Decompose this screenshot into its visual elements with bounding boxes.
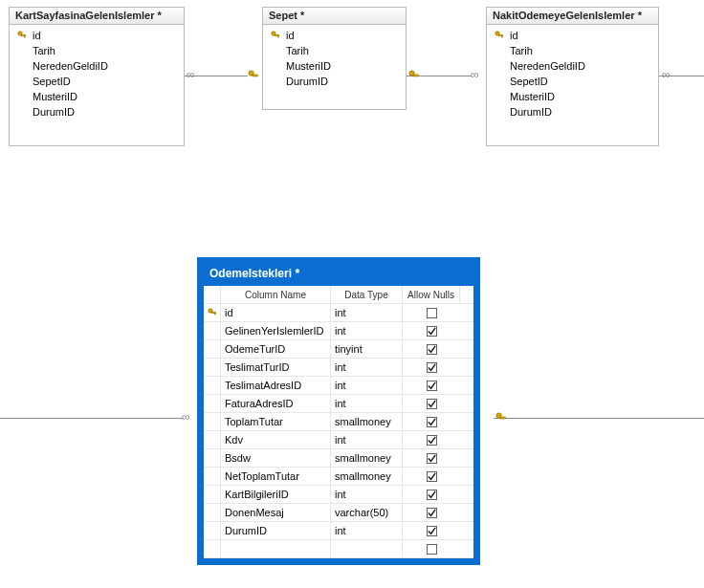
table-row[interactable]: NeredenGeldiID (13, 58, 180, 74)
rel-many-icon: ∞ (471, 68, 482, 83)
column-name: Tarih (29, 45, 178, 56)
designer-row[interactable]: TeslimatAdresIDint (204, 377, 473, 395)
designer-row[interactable] (204, 540, 473, 558)
pk-key-icon (269, 31, 282, 40)
column-type[interactable]: int (331, 522, 403, 539)
column-name[interactable]: KartBilgileriID (221, 486, 331, 503)
column-name: id (282, 30, 400, 41)
column-name[interactable]: ToplamTutar (221, 413, 331, 430)
column-name[interactable]: id (221, 304, 331, 321)
column-name: SepetID (29, 76, 178, 87)
column-type[interactable]: int (331, 359, 403, 376)
column-type[interactable]: int (331, 322, 403, 339)
allow-nulls-checkbox[interactable] (403, 340, 460, 358)
table-row[interactable]: MusteriID (267, 58, 402, 74)
table-row[interactable]: MusteriID (13, 89, 180, 104)
allow-nulls-checkbox[interactable] (403, 486, 460, 503)
allow-nulls-checkbox[interactable] (403, 395, 460, 412)
column-name[interactable]: NetToplamTutar (221, 468, 331, 485)
designer-row[interactable]: Bsdwsmallmoney (204, 449, 473, 468)
row-gutter (204, 359, 221, 376)
column-name[interactable]: Bsdw (221, 449, 331, 467)
table-kart-body: id Tarih NeredenGeldiID SepetID MusteriI… (10, 25, 184, 124)
table-row[interactable]: Tarih (267, 43, 402, 58)
allow-nulls-checkbox[interactable] (403, 540, 460, 557)
table-row[interactable]: id (13, 28, 180, 43)
designer-row[interactable]: ToplamTutarsmallmoney (204, 413, 473, 431)
column-type[interactable]: smallmoney (331, 413, 403, 430)
designer-row[interactable]: FaturaAdresIDint (204, 395, 473, 413)
column-name[interactable]: DurumID (221, 522, 331, 539)
allow-nulls-checkbox[interactable] (403, 359, 460, 376)
allow-nulls-checkbox[interactable] (403, 468, 460, 485)
table-kart[interactable]: KartSayfasinaGelenIslemler * id Tarih Ne… (9, 7, 185, 146)
table-row[interactable]: DurumID (491, 104, 654, 120)
designer-row[interactable]: TeslimatTurIDint (204, 359, 473, 377)
column-type[interactable]: int (331, 395, 403, 412)
table-row[interactable]: Tarih (491, 43, 654, 58)
column-name: SepetID (506, 76, 652, 87)
column-type[interactable]: int (331, 304, 403, 321)
allow-nulls-checkbox[interactable] (403, 413, 460, 430)
table-row[interactable]: id (267, 28, 402, 43)
allow-nulls-checkbox[interactable] (403, 504, 460, 521)
column-type[interactable]: int (331, 431, 403, 448)
table-row[interactable]: MusteriID (491, 89, 654, 104)
allow-nulls-checkbox[interactable] (403, 304, 460, 321)
allow-nulls-checkbox[interactable] (403, 322, 460, 339)
column-type[interactable]: int (331, 377, 403, 394)
table-sepet-title[interactable]: Sepet * (263, 8, 406, 25)
table-row[interactable]: SepetID (491, 74, 654, 89)
designer-row[interactable]: OdemeTurIDtinyint (204, 340, 473, 359)
rel-key-icon (495, 412, 507, 425)
column-name: MusteriID (29, 91, 178, 102)
svg-rect-8 (502, 35, 503, 37)
table-row[interactable]: DurumID (13, 104, 180, 120)
column-name: NeredenGeldiID (506, 60, 652, 72)
svg-rect-12 (427, 308, 436, 317)
table-sepet[interactable]: Sepet * id Tarih MusteriID DurumID (262, 7, 407, 110)
table-row[interactable]: Tarih (13, 43, 180, 58)
row-gutter (204, 340, 221, 358)
column-type[interactable]: tinyint (331, 340, 403, 358)
column-name: MusteriID (282, 60, 400, 72)
column-type[interactable]: varchar(50) (331, 504, 403, 521)
column-name[interactable]: FaturaAdresID (221, 395, 331, 412)
column-name[interactable]: OdemeTurID (221, 340, 331, 358)
designer-row[interactable]: DurumIDint (204, 522, 473, 540)
column-name: Tarih (506, 45, 652, 56)
table-row[interactable]: SepetID (13, 74, 180, 89)
column-name[interactable]: Kdv (221, 431, 331, 448)
column-type[interactable]: smallmoney (331, 449, 403, 467)
row-gutter (204, 449, 221, 467)
designer-row[interactable]: KartBilgileriIDint (204, 486, 473, 504)
allow-nulls-checkbox[interactable] (403, 449, 460, 467)
table-nakit[interactable]: NakitOdemeyeGelenIslemler * id Tarih Ner… (486, 7, 659, 146)
table-row[interactable]: NeredenGeldiID (491, 58, 654, 74)
table-row[interactable]: id (491, 28, 654, 43)
column-name[interactable]: TeslimatTurID (221, 359, 331, 376)
column-type[interactable] (331, 540, 403, 557)
column-type[interactable]: int (331, 486, 403, 503)
designer-row[interactable]: DonenMesajvarchar(50) (204, 504, 473, 522)
allow-nulls-checkbox[interactable] (403, 431, 460, 448)
column-name[interactable]: TeslimatAdresID (221, 377, 331, 394)
pk-key-icon (15, 31, 29, 40)
rel-many-icon: ∞ (182, 410, 193, 425)
table-kart-title[interactable]: KartSayfasinaGelenIslemler * (10, 8, 184, 25)
column-name[interactable]: DonenMesaj (221, 504, 331, 521)
designer-row[interactable]: idint (204, 304, 473, 322)
column-type[interactable]: smallmoney (331, 468, 403, 485)
column-name[interactable]: GelinenYerIslemlerID (221, 322, 331, 339)
designer-row[interactable]: Kdvint (204, 431, 473, 449)
column-name[interactable] (221, 540, 331, 557)
allow-nulls-checkbox[interactable] (403, 522, 460, 539)
table-row[interactable]: DurumID (267, 74, 402, 89)
designer-row[interactable]: NetToplamTutarsmallmoney (204, 468, 473, 486)
table-nakit-title[interactable]: NakitOdemeyeGelenIslemler * (487, 8, 658, 25)
table-odemeistekleri[interactable]: OdemeIstekleri * Column Name Data Type A… (197, 257, 480, 565)
table-odemeistekleri-title[interactable]: OdemeIstekleri * (204, 264, 473, 286)
designer-row[interactable]: GelinenYerIslemlerIDint (204, 322, 473, 340)
allow-nulls-checkbox[interactable] (403, 377, 460, 394)
row-gutter (204, 522, 221, 539)
